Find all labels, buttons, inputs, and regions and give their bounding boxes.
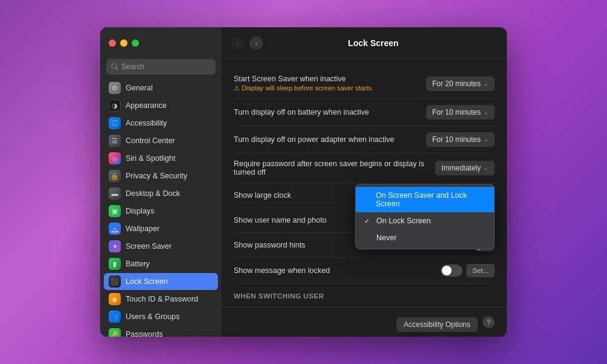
sidebar-item-label-siri: Siri & Spotlight — [126, 154, 175, 163]
sidebar: Search ⚙General◑AppearanceⓘAccessibility… — [100, 27, 222, 337]
sidebar-item-label-screensaver: Screen Saver — [126, 242, 172, 251]
chevron-down-icon: ⌄ — [484, 136, 489, 143]
require-password-control: Immediately ⌄ — [435, 161, 495, 175]
wallpaper-icon: 🗻 — [109, 223, 121, 235]
message-locked-control: Set... — [441, 264, 495, 277]
close-button[interactable] — [109, 39, 116, 47]
display-battery-label: Turn display off on battery when inactiv… — [234, 108, 426, 116]
chevron-down-icon: ⌄ — [484, 81, 489, 87]
bottom-bar: Accessibility Options ? — [222, 307, 507, 337]
sidebar-item-screensaver[interactable]: ✦Screen Saver — [104, 238, 218, 255]
sidebar-item-siri[interactable]: ◎Siri & Spotlight — [104, 150, 218, 167]
sidebar-item-label-lockscreen: Lock Screen — [126, 277, 168, 286]
search-placeholder: Search — [121, 62, 144, 71]
page-title: Lock Screen — [268, 38, 479, 48]
display-power-label: Turn display off on power adapter when i… — [234, 135, 426, 144]
sidebar-item-accessibility[interactable]: ⓘAccessibility — [104, 115, 218, 132]
sidebar-item-label-passwords: Passwords — [126, 330, 163, 337]
main-titlebar: ‹ › Lock Screen — [222, 27, 507, 59]
minimize-button[interactable] — [120, 39, 127, 47]
help-button[interactable]: ? — [483, 316, 495, 328]
screensaver-icon: ✦ — [109, 240, 121, 252]
control-icon: ☰ — [109, 135, 121, 147]
screensaver-warning: ⚠ Display will sleep before screen saver… — [234, 84, 373, 92]
sidebar-item-desktop[interactable]: ▬Desktop & Dock — [104, 185, 218, 202]
dropdown-item-screen-saver[interactable]: On Screen Saver and Lock Screen — [356, 187, 494, 212]
sidebar-item-control[interactable]: ☰Control Center — [104, 132, 218, 149]
sidebar-item-appearance[interactable]: ◑Appearance — [104, 97, 218, 114]
screensaver-label: Start Screen Saver when inactive — [234, 75, 373, 83]
sidebar-item-battery[interactable]: ▮Battery — [104, 255, 218, 272]
desktop-icon: ▬ — [109, 187, 121, 200]
sidebar-item-touchid[interactable]: ◉Touch ID & Password — [104, 291, 218, 308]
require-password-dropdown[interactable]: Immediately ⌄ — [435, 161, 495, 175]
setting-row-screensaver: Start Screen Saver when inactive ⚠ Displ… — [234, 69, 495, 99]
sidebar-item-label-touchid: Touch ID & Password — [126, 295, 198, 303]
accessibility-icon: ⓘ — [109, 117, 121, 129]
sidebar-item-label-accessibility: Accessibility — [126, 119, 167, 127]
settings-window: Search ⚙General◑AppearanceⓘAccessibility… — [100, 27, 507, 337]
dropdown-item-lock-screen[interactable]: ✓ On Lock Screen — [356, 212, 494, 229]
chevron-down-icon: ⌄ — [484, 165, 489, 171]
users-icon: 👥 — [109, 311, 121, 323]
back-button[interactable]: ‹ — [231, 36, 245, 50]
maximize-button[interactable] — [132, 39, 139, 47]
setting-row-require-password: Require password after screen saver begi… — [234, 153, 495, 183]
displays-icon: ▣ — [109, 205, 121, 217]
sidebar-item-passwords[interactable]: 🔑Passwords — [104, 326, 218, 337]
sidebar-list: ⚙General◑AppearanceⓘAccessibility☰Contro… — [100, 79, 222, 337]
sidebar-item-label-users: Users & Groups — [126, 312, 180, 321]
sidebar-item-label-control: Control Center — [126, 136, 175, 145]
privacy-icon: 🔒 — [109, 170, 121, 182]
sidebar-item-label-wallpaper: Wallpaper — [126, 224, 160, 233]
dropdown-item-never[interactable]: Never — [356, 229, 494, 246]
display-battery-control: For 10 minutes ⌄ — [426, 105, 495, 120]
set-message-button[interactable]: Set... — [466, 264, 495, 277]
accessibility-options-button[interactable]: Accessibility Options — [396, 317, 478, 332]
forward-button[interactable]: › — [249, 36, 263, 50]
main-content: ‹ › Lock Screen Start Screen Saver when … — [222, 27, 507, 337]
sidebar-item-label-battery: Battery — [126, 260, 150, 268]
sidebar-item-label-displays: Displays — [126, 207, 154, 215]
search-bar[interactable]: Search — [106, 59, 215, 75]
sidebar-item-label-appearance: Appearance — [126, 101, 166, 110]
sidebar-item-label-general: General — [126, 84, 152, 92]
screensaver-control: For 20 minutes ⌄ — [426, 76, 495, 91]
lockscreen-icon: ⬛ — [109, 275, 121, 288]
sidebar-item-general[interactable]: ⚙General — [104, 79, 218, 96]
sidebar-titlebar — [100, 27, 222, 59]
setting-row-login-window: Login window shows List of users Name an… — [234, 303, 495, 307]
display-power-control: For 10 minutes ⌄ — [426, 132, 495, 147]
screensaver-dropdown[interactable]: For 20 minutes ⌄ — [426, 76, 495, 91]
sidebar-item-lockscreen[interactable]: ⬛Lock Screen — [104, 273, 218, 290]
general-icon: ⚙ — [109, 82, 121, 94]
sidebar-item-label-privacy: Privacy & Security — [126, 172, 187, 180]
message-locked-toggle[interactable] — [441, 265, 463, 277]
setting-row-display-power: Turn display off on power adapter when i… — [234, 126, 495, 153]
require-password-label: Require password after screen saver begi… — [234, 160, 435, 177]
battery-icon: ▮ — [109, 258, 121, 270]
sidebar-item-label-desktop: Desktop & Dock — [126, 189, 180, 198]
touchid-icon: ◉ — [109, 293, 121, 305]
svg-line-1 — [116, 68, 118, 70]
password-dropdown-popup: On Screen Saver and Lock Screen ✓ On Loc… — [355, 184, 495, 249]
setting-label-col: Start Screen Saver when inactive ⚠ Displ… — [234, 75, 373, 92]
siri-icon: ◎ — [109, 152, 121, 164]
passwords-icon: 🔑 — [109, 328, 121, 337]
sidebar-item-users[interactable]: 👥Users & Groups — [104, 308, 218, 325]
section-switching-user: When Switching User — [234, 292, 495, 300]
setting-row-display-battery: Turn display off on battery when inactiv… — [234, 99, 495, 126]
search-icon — [111, 63, 118, 70]
message-locked-label: Show message when locked — [234, 266, 441, 275]
display-battery-dropdown[interactable]: For 10 minutes ⌄ — [426, 105, 495, 120]
chevron-down-icon: ⌄ — [484, 109, 489, 115]
setting-row-message-locked: Show message when locked Set... — [234, 258, 495, 284]
display-power-dropdown[interactable]: For 10 minutes ⌄ — [426, 132, 495, 147]
content-area: Start Screen Saver when inactive ⚠ Displ… — [222, 59, 507, 307]
sidebar-item-displays[interactable]: ▣Displays — [104, 203, 218, 220]
sidebar-item-wallpaper[interactable]: 🗻Wallpaper — [104, 220, 218, 237]
sidebar-item-privacy[interactable]: 🔒Privacy & Security — [104, 167, 218, 184]
appearance-icon: ◑ — [109, 99, 121, 112]
